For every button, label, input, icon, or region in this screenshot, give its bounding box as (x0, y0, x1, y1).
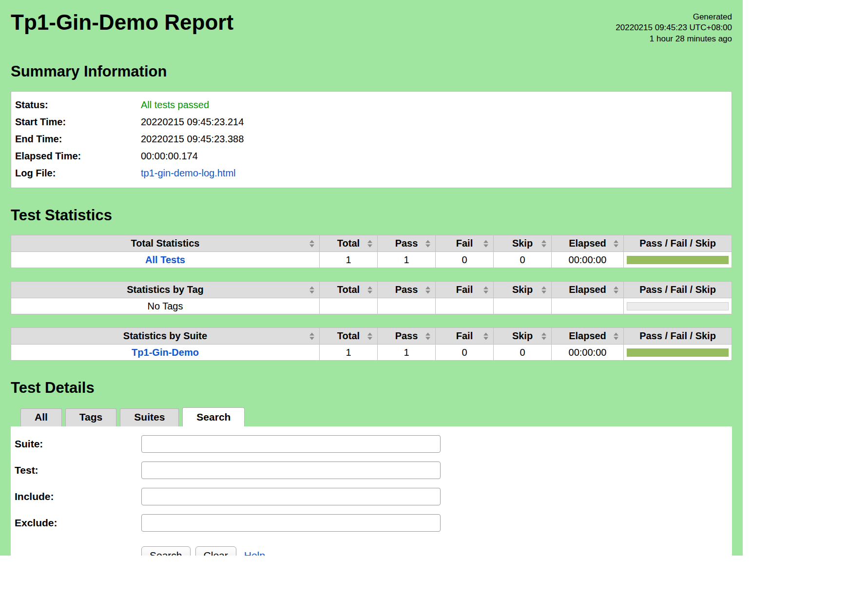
tab-suites[interactable]: Suites (120, 408, 179, 427)
clear-button[interactable]: Clear (195, 546, 236, 556)
col-header-total: Total (320, 235, 378, 252)
col-header-elapsed: Elapsed (552, 235, 624, 252)
col-header-total: Total (320, 282, 378, 298)
log-file-link[interactable]: tp1-gin-demo-log.html (141, 168, 236, 178)
no-tags-cell: No Tags (11, 298, 320, 314)
col-header-fail: Fail (436, 235, 494, 252)
col-header-statistics-by-suite: Statistics by Suite (11, 328, 320, 345)
skip-cell: 0 (494, 345, 552, 361)
col-header-pass: Pass (378, 282, 436, 298)
sort-icon[interactable] (483, 286, 488, 293)
sort-icon[interactable] (425, 332, 430, 340)
search-button[interactable]: Search (141, 546, 191, 556)
col-header-elapsed: Elapsed (552, 282, 624, 298)
generated-ago: 1 hour 28 minutes ago (616, 34, 732, 44)
pass-cell: 1 (378, 252, 436, 268)
suite-input[interactable] (141, 435, 441, 453)
col-header-fail: Fail (436, 282, 494, 298)
pass-fail-skip-bar (627, 302, 729, 310)
statistics-heading: Test Statistics (11, 207, 732, 224)
sort-icon[interactable] (367, 332, 372, 340)
pass-cell: 1 (378, 345, 436, 361)
elapsed-cell (552, 298, 624, 314)
summary-box: Status: All tests passed Start Time: 202… (11, 91, 732, 188)
sort-icon[interactable] (309, 286, 314, 293)
fail-cell: 0 (436, 252, 494, 268)
sort-icon[interactable] (367, 286, 372, 293)
skip-cell: 0 (494, 252, 552, 268)
sort-icon[interactable] (309, 332, 314, 340)
sort-icon[interactable] (425, 286, 430, 293)
col-header-fail: Fail (436, 328, 494, 345)
sort-icon[interactable] (425, 240, 430, 247)
sort-icon[interactable] (309, 240, 314, 247)
start-time-value: 20220215 09:45:23.214 (141, 116, 728, 129)
total-statistics-table: Total Statistics Total Pass Fail Skip El… (11, 235, 732, 268)
summary-row-start-time: Start Time: 20220215 09:45:23.214 (11, 114, 732, 131)
col-header-total-statistics: Total Statistics (11, 235, 320, 252)
tab-tags[interactable]: Tags (65, 408, 116, 427)
help-link[interactable]: Help (244, 550, 265, 556)
col-header-statistics-by-tag: Statistics by Tag (11, 282, 320, 298)
col-header-pass-fail-skip: Pass / Fail / Skip (624, 235, 732, 252)
sort-icon[interactable] (614, 332, 618, 340)
pass-fail-skip-bar (627, 256, 729, 264)
include-input[interactable] (141, 488, 441, 505)
sort-icon[interactable] (614, 286, 618, 293)
col-header-elapsed: Elapsed (552, 328, 624, 345)
tab-search[interactable]: Search (182, 407, 245, 426)
summary-label: Elapsed Time: (15, 150, 141, 163)
summary-label: Status: (15, 98, 141, 112)
table-row: No Tags (11, 298, 732, 314)
form-row-suite: Suite: (15, 435, 728, 453)
sort-icon[interactable] (541, 332, 546, 340)
summary-label: Log File: (15, 167, 141, 180)
col-header-total: Total (320, 328, 378, 345)
col-header-pass-fail-skip: Pass / Fail / Skip (624, 328, 732, 345)
sort-icon[interactable] (483, 332, 488, 340)
elapsed-cell: 00:00:00 (552, 345, 624, 361)
suite-label: Suite: (15, 438, 141, 450)
page-title: Tp1-Gin-Demo Report (11, 11, 233, 34)
all-tests-link[interactable]: All Tests (145, 254, 185, 265)
fail-cell (436, 298, 494, 314)
table-header-row: Statistics by Suite Total Pass Fail Skip… (11, 328, 732, 345)
sort-icon[interactable] (367, 240, 372, 247)
form-row-include: Include: (15, 488, 728, 505)
end-time-value: 20220215 09:45:23.388 (141, 133, 728, 146)
generated-time: 20220215 09:45:23 UTC+08:00 (616, 22, 732, 33)
col-header-skip: Skip (494, 235, 552, 252)
status-value: All tests passed (141, 98, 728, 112)
table-header-row: Total Statistics Total Pass Fail Skip El… (11, 235, 732, 252)
summary-row-elapsed-time: Elapsed Time: 00:00:00.174 (11, 148, 732, 165)
test-input[interactable] (141, 462, 441, 479)
col-header-pass-fail-skip: Pass / Fail / Skip (624, 282, 732, 298)
generated-label: Generated (616, 12, 732, 22)
summary-row-status: Status: All tests passed (11, 96, 732, 114)
summary-heading: Summary Information (11, 63, 732, 80)
sort-icon[interactable] (483, 240, 488, 247)
report-header: Tp1-Gin-Demo Report Generated 20220215 0… (11, 11, 732, 44)
elapsed-time-value: 00:00:00.174 (141, 150, 728, 163)
include-label: Include: (15, 491, 141, 502)
tab-all[interactable]: All (20, 408, 62, 427)
test-label: Test: (15, 464, 141, 476)
form-row-test: Test: (15, 462, 728, 479)
sort-icon[interactable] (541, 286, 546, 293)
total-cell: 1 (320, 345, 378, 361)
exclude-input[interactable] (141, 514, 441, 532)
report-page: Tp1-Gin-Demo Report Generated 20220215 0… (0, 0, 743, 556)
sort-icon[interactable] (541, 240, 546, 247)
pass-cell (378, 298, 436, 314)
suite-link[interactable]: Tp1-Gin-Demo (132, 347, 199, 358)
col-header-skip: Skip (494, 328, 552, 345)
col-header-pass: Pass (378, 328, 436, 345)
statistics-by-suite-table: Statistics by Suite Total Pass Fail Skip… (11, 327, 732, 361)
sort-icon[interactable] (614, 240, 618, 247)
details-tabs: All Tags Suites Search (20, 407, 732, 426)
form-row-exclude: Exclude: (15, 514, 728, 532)
summary-label: End Time: (15, 133, 141, 146)
summary-label: Start Time: (15, 116, 141, 129)
exclude-label: Exclude: (15, 517, 141, 529)
col-header-pass: Pass (378, 235, 436, 252)
